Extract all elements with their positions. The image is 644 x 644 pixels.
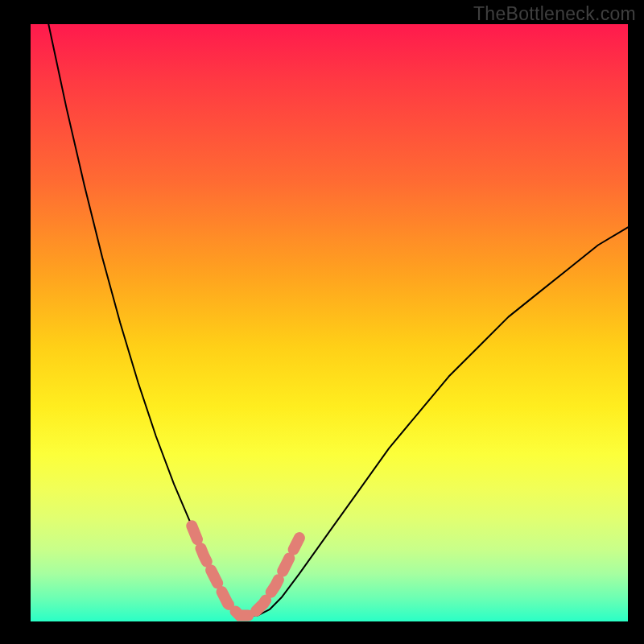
optimal-marker-band xyxy=(192,526,299,615)
chart-frame: TheBottleneck.com xyxy=(0,0,644,644)
bottleneck-curve xyxy=(48,24,628,616)
plot-area xyxy=(31,24,628,621)
curve-svg xyxy=(31,24,628,621)
watermark-text: TheBottleneck.com xyxy=(473,3,636,25)
